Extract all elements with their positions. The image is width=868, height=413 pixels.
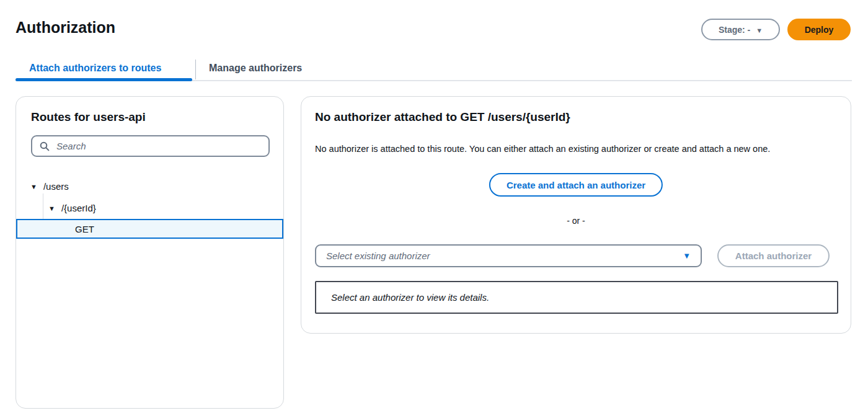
deploy-button[interactable]: Deploy bbox=[787, 19, 851, 40]
route-method-label: GET bbox=[75, 224, 94, 234]
tree-expand-icon[interactable]: ▼ bbox=[48, 205, 55, 212]
tree-expand-icon[interactable]: ▼ bbox=[30, 183, 37, 190]
tree-item-label: /{userId} bbox=[61, 203, 96, 213]
route-search-box[interactable] bbox=[31, 135, 270, 157]
stage-dropdown-button[interactable]: Stage: - ▼ bbox=[701, 19, 780, 40]
authorizer-details-box: Select an authorizer to view its details… bbox=[315, 281, 838, 314]
page-title: Authorization bbox=[16, 19, 115, 37]
header-actions: Stage: - ▼ Deploy bbox=[701, 19, 851, 40]
tree-item-label: /users bbox=[43, 181, 69, 192]
tab-divider bbox=[195, 60, 196, 79]
chevron-down-icon: ▼ bbox=[756, 27, 763, 34]
tab-manage-authorizers[interactable]: Manage authorizers bbox=[209, 63, 302, 74]
select-caret-down-icon: ▼ bbox=[683, 251, 691, 260]
routes-panel: Routes for users-api ▼ /users ▼ /{userId… bbox=[16, 96, 284, 409]
stage-dropdown-label: Stage: - bbox=[719, 25, 750, 35]
authorizer-panel: No authorizer attached to GET /users/{us… bbox=[301, 96, 851, 334]
select-placeholder-text: Select existing authorizer bbox=[326, 251, 683, 261]
authorization-page: Authorization Stage: - ▼ Deploy Attach a… bbox=[0, 0, 868, 413]
search-icon bbox=[40, 141, 50, 151]
route-search-input[interactable] bbox=[55, 140, 261, 152]
tab-attach-authorizers[interactable]: Attach authorizers to routes bbox=[29, 63, 161, 74]
authorizer-panel-title: No authorizer attached to GET /users/{us… bbox=[315, 110, 570, 124]
tree-item-userid[interactable]: ▼ /{userId} bbox=[48, 203, 96, 213]
tree-item-users[interactable]: ▼ /users bbox=[30, 181, 69, 192]
tree-guide-line bbox=[43, 193, 43, 219]
routes-panel-title: Routes for users-api bbox=[31, 110, 146, 124]
existing-authorizer-select[interactable]: Select existing authorizer ▼ bbox=[315, 244, 702, 267]
or-separator-text: - or - bbox=[301, 216, 851, 226]
create-attach-authorizer-button[interactable]: Create and attach an authorizer bbox=[489, 173, 663, 197]
active-tab-underline bbox=[16, 78, 192, 81]
tree-item-get-selected[interactable]: GET bbox=[16, 219, 283, 239]
details-placeholder-text: Select an authorizer to view its details… bbox=[331, 292, 489, 303]
authorizer-description: No authorizer is attached to this route.… bbox=[315, 144, 770, 154]
attach-authorizer-button[interactable]: Attach authorizer bbox=[717, 244, 830, 267]
